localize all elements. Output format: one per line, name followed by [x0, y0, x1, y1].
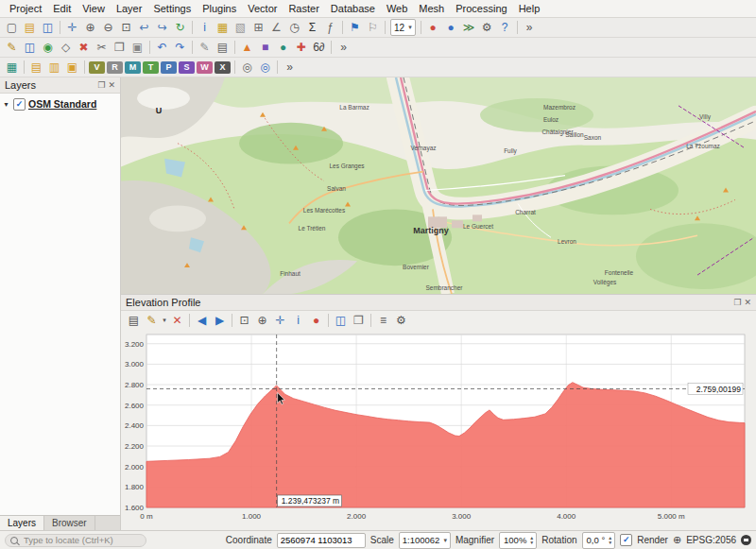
- export-image-icon[interactable]: ❐: [351, 312, 368, 329]
- zoom-out-icon[interactable]: ⊖: [100, 19, 117, 36]
- add-postgis-layer-icon[interactable]: P: [161, 61, 177, 74]
- toolbar-overflow-icon[interactable]: »: [282, 59, 299, 76]
- menu-edit[interactable]: Edit: [47, 0, 77, 17]
- close-panel-icon[interactable]: ✕: [744, 298, 751, 307]
- show-layer-tree-icon[interactable]: ▤: [126, 312, 143, 329]
- locate-search-box[interactable]: [5, 534, 146, 547]
- magnifier-spinner[interactable]: 100% ▲▼: [499, 532, 537, 549]
- open-folder-icon[interactable]: ▥: [46, 59, 63, 76]
- menu-layer[interactable]: Layer: [111, 0, 148, 17]
- save-project-icon[interactable]: ◫: [40, 19, 57, 36]
- open-project-icon[interactable]: ▤: [22, 19, 39, 36]
- select-features-icon[interactable]: ▦: [215, 19, 232, 36]
- float-panel-icon[interactable]: ❐: [733, 298, 741, 307]
- toolbar-overflow-icon[interactable]: »: [335, 39, 352, 56]
- export-profile-icon[interactable]: ◫: [333, 312, 350, 329]
- menu-web[interactable]: Web: [381, 0, 413, 17]
- coordinate-input[interactable]: [277, 533, 366, 548]
- annotation-icon[interactable]: ✎: [197, 39, 214, 56]
- redo-icon[interactable]: ↷: [172, 39, 189, 56]
- close-panel-icon[interactable]: ✕: [108, 80, 115, 90]
- add-spatialite-layer-icon[interactable]: S: [179, 61, 195, 74]
- clear-curve-icon[interactable]: ✕: [169, 312, 186, 329]
- menu-plugins[interactable]: Plugins: [197, 0, 242, 17]
- zoom-full-icon[interactable]: ⊡: [236, 312, 253, 329]
- plugin-triangle-icon[interactable]: ▲: [239, 39, 256, 56]
- spinner-arrows-icon[interactable]: ▲▼: [529, 536, 534, 545]
- add-wms-layer-icon[interactable]: W: [197, 61, 213, 74]
- nudge-right-icon[interactable]: ▶: [212, 312, 229, 329]
- menu-settings[interactable]: Settings: [147, 0, 197, 17]
- tab-layers[interactable]: Layers: [0, 516, 44, 530]
- new-bookmark-icon[interactable]: ⚑: [347, 19, 364, 36]
- temporal-controller-icon[interactable]: ◷: [286, 19, 303, 36]
- menu-raster[interactable]: Raster: [283, 0, 324, 17]
- deselect-features-icon[interactable]: ▧: [232, 19, 249, 36]
- delete-selected-icon[interactable]: ✖: [76, 39, 93, 56]
- add-mesh-layer-icon[interactable]: M: [125, 61, 141, 74]
- paste-features-icon[interactable]: ▣: [129, 39, 146, 56]
- statistics-icon[interactable]: Σ: [304, 19, 321, 36]
- expander-icon[interactable]: ▾: [2, 100, 10, 109]
- plugin-square-icon[interactable]: ■: [257, 39, 274, 56]
- rotation-spinner[interactable]: 0,0 ° ▲▼: [582, 532, 616, 549]
- menu-mesh[interactable]: Mesh: [413, 0, 450, 17]
- float-panel-icon[interactable]: ❐: [97, 80, 105, 90]
- layer-visibility-checkbox[interactable]: ✓: [13, 98, 26, 111]
- menu-database[interactable]: Database: [325, 0, 381, 17]
- zoom-icon[interactable]: ⊕: [254, 312, 271, 329]
- show-bookmarks-icon[interactable]: ⚐: [365, 19, 382, 36]
- add-raster-layer-icon[interactable]: R: [107, 61, 123, 74]
- layer-item-osm-standard[interactable]: ▾ ✓ OSM Standard: [0, 96, 120, 112]
- elevation-chart[interactable]: 0 m1.0002.0003.0004.0005.000 m1.6001.800…: [121, 330, 756, 530]
- toolbar-overflow-icon[interactable]: »: [521, 19, 538, 36]
- map-canvas[interactable]: ULa BarmazMazembrozEulozChâtaignierSaill…: [121, 77, 756, 295]
- new-project-icon[interactable]: ▢: [4, 19, 21, 36]
- add-feature-icon[interactable]: ◉: [40, 39, 57, 56]
- locate-input[interactable]: [22, 534, 139, 546]
- zoom-last-icon[interactable]: ↩: [136, 19, 153, 36]
- menu-project[interactable]: Project: [4, 0, 47, 17]
- measure-icon[interactable]: ∠: [268, 19, 285, 36]
- crs-value[interactable]: EPSG:2056: [686, 535, 736, 545]
- toggle-editing-icon[interactable]: ✎: [4, 39, 21, 56]
- render-checkbox[interactable]: ✓: [620, 534, 632, 546]
- identify-icon[interactable]: i: [290, 312, 307, 329]
- nudge-left-icon[interactable]: ◀: [194, 312, 211, 329]
- menu-vector[interactable]: Vector: [242, 0, 283, 17]
- identify-features-icon[interactable]: i: [197, 19, 214, 36]
- plugin-6d-icon[interactable]: 6∂: [311, 39, 328, 56]
- processing-toolbox-icon[interactable]: ⚙: [478, 19, 495, 36]
- plugin-blue-icon[interactable]: ●: [442, 19, 459, 36]
- menu-view[interactable]: View: [77, 0, 111, 17]
- capture-curve-icon[interactable]: ✎: [144, 312, 161, 329]
- vertex-tool-icon[interactable]: ◇: [58, 39, 75, 56]
- zoom-next-icon[interactable]: ↪: [154, 19, 171, 36]
- refresh-map-icon[interactable]: ↻: [172, 19, 189, 36]
- menu-help[interactable]: Help: [513, 0, 546, 17]
- undo-icon[interactable]: ↶: [154, 39, 171, 56]
- street-view-icon[interactable]: ◎: [257, 59, 274, 76]
- georeferencer-icon[interactable]: ◎: [239, 59, 256, 76]
- menu-processing[interactable]: Processing: [450, 0, 512, 17]
- profile-settings-icon[interactable]: ⚙: [393, 312, 410, 329]
- add-vector-layer-icon[interactable]: V: [89, 61, 105, 74]
- save-edits-icon[interactable]: ◫: [22, 39, 39, 56]
- snapping-icon[interactable]: ●: [308, 312, 325, 329]
- pan-map-icon[interactable]: ✛: [64, 19, 81, 36]
- open-attribute-table-icon[interactable]: ⊞: [250, 19, 267, 36]
- messages-icon[interactable]: [741, 535, 751, 545]
- zoom-in-icon[interactable]: ⊕: [82, 19, 99, 36]
- add-delimited-text-icon[interactable]: T: [143, 61, 159, 74]
- project-folder-icon[interactable]: ▣: [64, 59, 81, 76]
- zoom-full-icon[interactable]: ⊡: [118, 19, 135, 36]
- plugin-cross-icon[interactable]: ✚: [293, 39, 310, 56]
- data-source-manager-icon[interactable]: ▦: [4, 59, 21, 76]
- spinner-arrows-icon[interactable]: ▲▼: [608, 536, 612, 545]
- new-folder-icon[interactable]: ▤: [28, 59, 45, 76]
- copy-features-icon[interactable]: ❐: [112, 39, 129, 56]
- cut-features-icon[interactable]: ✂: [94, 39, 111, 56]
- python-console-icon[interactable]: ≫: [460, 19, 477, 36]
- capture-curve-icon-dropdown[interactable]: ▾: [161, 317, 168, 324]
- tab-browser[interactable]: Browser: [44, 516, 95, 530]
